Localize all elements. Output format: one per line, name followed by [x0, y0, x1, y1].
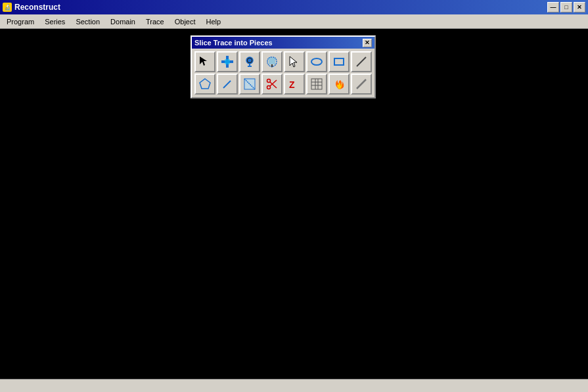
menu-series[interactable]: Series [39, 14, 70, 28]
menu-help[interactable]: Help [201, 14, 227, 28]
svg-marker-3 [225, 59, 230, 64]
menu-domain[interactable]: Domain [105, 14, 141, 28]
menu-trace[interactable]: Trace [141, 14, 170, 28]
tool-grid[interactable] [306, 74, 327, 95]
title-bar-buttons: — □ ✕ [547, 2, 585, 12]
dialog-title-bar: Slice Trace into Pieces ✕ [192, 37, 374, 49]
tool-line[interactable] [351, 51, 372, 72]
menu-bar: Program Series Section Domain Trace Obje… [0, 14, 588, 29]
tool-fire[interactable] [328, 74, 350, 95]
menu-object[interactable]: Object [170, 14, 201, 28]
tool-trace[interactable] [239, 74, 260, 95]
maximize-button[interactable]: □ [560, 2, 572, 12]
svg-point-20 [267, 79, 271, 83]
svg-rect-8 [269, 58, 275, 64]
svg-point-19 [267, 86, 271, 89]
title-bar-left: 🔬 Reconstruct [3, 3, 60, 12]
svg-marker-0 [200, 56, 207, 66]
app-title: Reconstruct [14, 3, 60, 12]
menu-section[interactable]: Section [70, 14, 105, 28]
tool-cut[interactable] [261, 74, 283, 95]
svg-text:Z: Z [289, 79, 295, 90]
tool-rectangle[interactable] [328, 51, 350, 72]
menu-program[interactable]: Program [1, 14, 39, 28]
tool-ellipse[interactable] [306, 51, 327, 72]
dialog-content: Z [192, 49, 374, 97]
svg-line-12 [357, 57, 366, 66]
svg-point-10 [311, 58, 322, 65]
tool-arrow[interactable] [194, 51, 215, 72]
status-bar [0, 379, 588, 392]
slice-trace-dialog: Slice Trace into Pieces ✕ [191, 35, 376, 98]
svg-line-29 [357, 79, 366, 89]
tool-cursor-select[interactable] [284, 51, 305, 72]
svg-marker-9 [290, 56, 297, 67]
app-icon: 🔬 [3, 3, 12, 12]
toolbar-row-1 [194, 51, 372, 72]
tool-stamp[interactable] [239, 51, 260, 72]
tool-point[interactable] [217, 51, 238, 72]
svg-line-14 [223, 81, 231, 88]
title-bar: 🔬 Reconstruct — □ ✕ [0, 0, 588, 14]
svg-rect-11 [334, 58, 344, 65]
toolbar-row-2: Z [194, 74, 372, 95]
tool-lasso[interactable] [261, 51, 283, 72]
tool-diagonal[interactable] [351, 74, 372, 95]
close-button[interactable]: ✕ [574, 2, 585, 12]
tool-polygon[interactable] [194, 74, 215, 95]
svg-point-5 [248, 58, 252, 62]
svg-rect-24 [311, 79, 322, 89]
dialog-title: Slice Trace into Pieces [194, 39, 273, 47]
main-area: Slice Trace into Pieces ✕ [0, 29, 588, 379]
svg-marker-13 [200, 79, 210, 89]
tool-zorder[interactable]: Z [284, 74, 305, 95]
minimize-button[interactable]: — [547, 2, 559, 12]
dialog-close-button[interactable]: ✕ [363, 39, 372, 47]
tool-pencil[interactable] [217, 74, 238, 95]
